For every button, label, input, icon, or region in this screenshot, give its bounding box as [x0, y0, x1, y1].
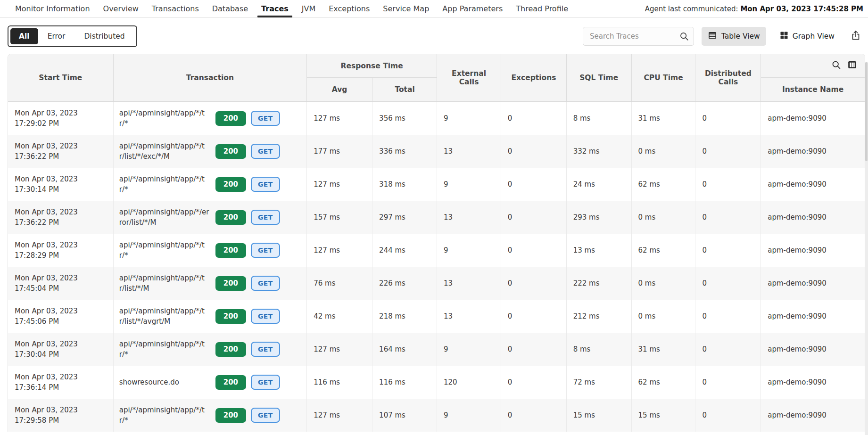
cell-cpu-time: 31 ms — [632, 102, 696, 135]
cell-avg-response-time: 127 ms — [307, 333, 372, 366]
http-method-badge: GET — [251, 177, 280, 192]
trace-row[interactable]: Mon Apr 03, 2023 17:30:04 PM api/*/apmin… — [8, 333, 865, 366]
http-method-badge: GET — [251, 276, 280, 291]
nav-tab[interactable]: Exceptions — [322, 0, 376, 17]
nav-tab[interactable]: Transactions — [145, 0, 206, 17]
header-distributed-calls: Distributed Calls — [695, 54, 761, 101]
cell-transaction: api/*/apminsight/app/*/tr/* 200 GET — [114, 399, 307, 432]
http-method-badge: GET — [251, 144, 280, 159]
cell-distributed-calls: 0 — [695, 168, 761, 201]
cell-sql-time: 72 ms — [567, 366, 632, 399]
nav-tab[interactable]: JVM — [295, 0, 322, 17]
cell-distributed-calls: 0 — [695, 399, 761, 432]
cell-external-calls: 120 — [437, 366, 501, 399]
cell-start-time: Mon Apr 03, 2023 17:30:14 PM — [8, 168, 114, 201]
transaction-url: api/*/apminsight/app/*/tr/list/*/exc/*/M — [119, 141, 210, 162]
status-code-badge: 200 — [215, 342, 246, 357]
transaction-url: api/*/apminsight/app/*/error/list/*/M — [119, 207, 210, 228]
status-code-badge: 200 — [215, 309, 246, 324]
trace-row[interactable]: Mon Apr 03, 2023 17:29:58 PM api/*/apmin… — [8, 399, 865, 432]
trace-row[interactable]: Mon Apr 03, 2023 17:29:02 PM api/*/apmin… — [8, 102, 865, 135]
nav-tab[interactable]: Database — [206, 0, 255, 17]
cell-exceptions: 0 — [501, 399, 567, 432]
cell-transaction: api/*/apminsight/app/*/tr/* 200 GET — [114, 168, 307, 201]
header-response-time-group: Response Time Avg Total — [307, 54, 437, 101]
cell-instance-name: apm-demo:9090 — [761, 102, 865, 135]
trace-filter-button[interactable]: Distributed — [74, 28, 134, 44]
cell-start-time: Mon Apr 03, 2023 17:36:14 PM — [8, 366, 114, 399]
cell-distributed-calls: 0 — [695, 234, 761, 267]
status-code-badge: 200 — [215, 276, 246, 291]
scrollbar-thumb[interactable] — [865, 62, 868, 161]
trace-filter-label: Error — [48, 32, 66, 41]
cell-distributed-calls: 0 — [695, 333, 761, 366]
nav-tab-label: Service Map — [383, 4, 429, 13]
column-chooser-icon[interactable] — [847, 60, 857, 72]
cell-total-response-time: 107 ms — [372, 399, 437, 432]
table-view-icon — [708, 31, 717, 42]
cell-exceptions: 0 — [501, 168, 567, 201]
status-code-badge: 200 — [215, 210, 246, 225]
trace-filter-button[interactable]: Error — [38, 28, 75, 44]
cell-avg-response-time: 127 ms — [307, 168, 372, 201]
cell-exceptions: 0 — [501, 267, 567, 300]
traces-table: Start Time Transaction Response Time Avg… — [8, 54, 865, 432]
cell-transaction: api/*/apminsight/app/*/tr/list/*/avgrt/M… — [114, 300, 307, 333]
trace-row[interactable]: Mon Apr 03, 2023 17:28:29 PM api/*/apmin… — [8, 234, 865, 267]
nav-tab[interactable]: Overview — [97, 0, 145, 17]
cell-instance-name: apm-demo:9090 — [761, 267, 865, 300]
search-traces-input[interactable] — [583, 27, 694, 46]
nav-tab-label: Exceptions — [329, 4, 370, 13]
trace-row[interactable]: Mon Apr 03, 2023 17:36:22 PM api/*/apmin… — [8, 135, 865, 168]
graph-view-button[interactable]: Graph View — [774, 27, 841, 45]
trace-row[interactable]: Mon Apr 03, 2023 17:36:14 PM showresourc… — [8, 366, 865, 399]
transaction-url: api/*/apminsight/app/*/tr/* — [119, 108, 210, 129]
nav-tab[interactable]: Thread Profile — [509, 0, 575, 17]
cell-exceptions: 0 — [501, 102, 567, 135]
cell-external-calls: 13 — [437, 300, 501, 333]
trace-row[interactable]: Mon Apr 03, 2023 17:45:06 PM api/*/apmin… — [8, 300, 865, 333]
cell-distributed-calls: 0 — [695, 135, 761, 168]
nav-tab[interactable]: Monitor Information — [8, 0, 97, 17]
cell-instance-name: apm-demo:9090 — [761, 333, 865, 366]
status-code-badge: 200 — [215, 243, 246, 258]
cell-avg-response-time: 116 ms — [307, 366, 372, 399]
cell-external-calls: 9 — [437, 399, 501, 432]
cell-start-time: Mon Apr 03, 2023 17:29:02 PM — [8, 102, 114, 135]
cell-start-time: Mon Apr 03, 2023 17:30:04 PM — [8, 333, 114, 366]
search-icon[interactable] — [679, 31, 689, 43]
cell-avg-response-time: 127 ms — [307, 234, 372, 267]
export-share-button[interactable] — [850, 30, 865, 43]
cell-external-calls: 13 — [437, 135, 501, 168]
cell-transaction: api/*/apminsight/app/*/tr/* 200 GET — [114, 234, 307, 267]
search-traces-box — [583, 27, 694, 46]
trace-row[interactable]: Mon Apr 03, 2023 17:30:14 PM api/*/apmin… — [8, 168, 865, 201]
cell-sql-time: 332 ms — [567, 135, 632, 168]
header-avg: Avg — [307, 78, 372, 101]
toolbar-right: Table View Graph View — [583, 27, 865, 46]
table-search-icon[interactable] — [831, 60, 841, 72]
nav-tabs: Monitor Information Overview Transaction… — [8, 0, 575, 17]
nav-tab[interactable]: Service Map — [376, 0, 436, 17]
status-code-badge: 200 — [215, 408, 246, 423]
nav-tab[interactable]: App Parameters — [436, 0, 509, 17]
cell-sql-time: 293 ms — [567, 201, 632, 234]
cell-distributed-calls: 0 — [695, 102, 761, 135]
cell-sql-time: 222 ms — [567, 267, 632, 300]
cell-transaction: api/*/apminsight/app/*/error/list/*/M 20… — [114, 201, 307, 234]
nav-tab-label: Overview — [103, 4, 139, 13]
table-view-button[interactable]: Table View — [702, 27, 766, 46]
cell-avg-response-time: 42 ms — [307, 300, 372, 333]
trace-filter-button[interactable]: All — [10, 28, 38, 44]
header-start-time: Start Time — [8, 54, 114, 101]
nav-tab-label: App Parameters — [442, 4, 503, 13]
cell-avg-response-time: 177 ms — [307, 135, 372, 168]
cell-instance-name: apm-demo:9090 — [761, 135, 865, 168]
status-code-badge: 200 — [215, 111, 246, 126]
transaction-url: api/*/apminsight/app/*/tr/* — [119, 405, 210, 426]
cell-distributed-calls: 0 — [695, 201, 761, 234]
nav-tab[interactable]: Traces — [255, 0, 295, 17]
trace-row[interactable]: Mon Apr 03, 2023 17:45:04 PM api/*/apmin… — [8, 267, 865, 300]
trace-row[interactable]: Mon Apr 03, 2023 17:36:22 PM api/*/apmin… — [8, 201, 865, 234]
vertical-scrollbar[interactable] — [865, 62, 868, 435]
